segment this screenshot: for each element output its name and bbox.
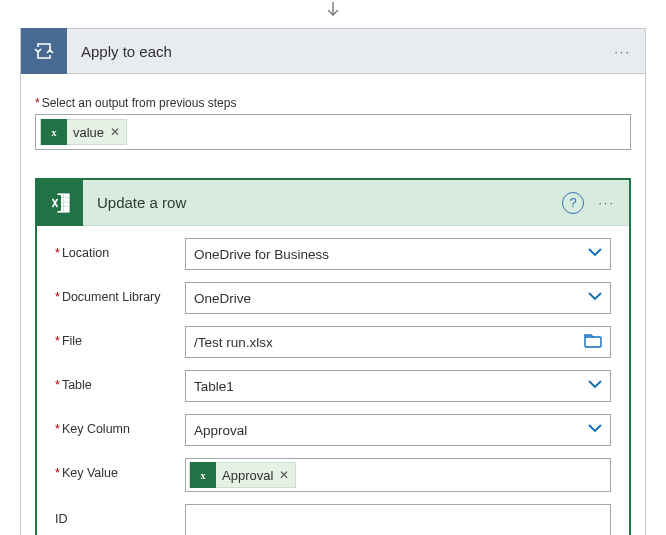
flow-arrow-down	[20, 0, 646, 28]
label-document-library: Document Library	[55, 282, 185, 304]
input-key-column[interactable]: Approval	[185, 414, 611, 446]
input-file[interactable]: /Test run.xlsx	[185, 326, 611, 358]
value-key-column: Approval	[194, 423, 247, 438]
label-key-value: Key Value	[55, 458, 185, 480]
label-file: File	[55, 326, 185, 348]
input-id[interactable]	[185, 504, 611, 535]
row-key-value: Key Value x Approval ✕	[55, 458, 611, 492]
row-document-library: Document Library OneDrive	[55, 282, 611, 314]
chevron-down-icon	[588, 247, 602, 261]
input-document-library[interactable]: OneDrive	[185, 282, 611, 314]
output-from-previous-label: Select an output from previous steps	[35, 96, 631, 110]
label-location: Location	[55, 238, 185, 260]
token-approval-remove[interactable]: ✕	[279, 468, 289, 482]
help-icon[interactable]: ?	[562, 192, 584, 214]
row-file: File /Test run.xlsx	[55, 326, 611, 358]
label-table: Table	[55, 370, 185, 392]
folder-picker-icon[interactable]	[584, 334, 602, 351]
token-approval[interactable]: x Approval ✕	[189, 462, 296, 488]
arrow-down-icon	[324, 0, 342, 18]
input-key-value[interactable]: x Approval ✕	[185, 458, 611, 492]
label-id: ID	[55, 504, 185, 526]
apply-to-each-menu[interactable]: ···	[614, 44, 645, 59]
output-from-previous-input[interactable]: x value ✕	[35, 114, 631, 150]
apply-to-each-header[interactable]: Apply to each ···	[20, 28, 646, 74]
chevron-down-icon	[588, 379, 602, 393]
input-location[interactable]: OneDrive for Business	[185, 238, 611, 270]
value-file: /Test run.xlsx	[194, 335, 273, 350]
excel-action-icon	[37, 180, 83, 226]
value-document-library: OneDrive	[194, 291, 251, 306]
update-a-row-header[interactable]: Update a row ? ···	[37, 180, 629, 226]
apply-to-each-body: Select an output from previous steps x v…	[20, 74, 646, 535]
token-value[interactable]: x value ✕	[40, 119, 127, 145]
update-a-row-form: Location OneDrive for Business Document …	[37, 226, 629, 535]
token-approval-text: Approval	[222, 468, 273, 483]
chevron-down-icon	[588, 291, 602, 305]
row-table: Table Table1	[55, 370, 611, 402]
svg-rect-10	[585, 337, 601, 347]
svg-text:x: x	[52, 127, 57, 138]
apply-to-each-title: Apply to each	[67, 43, 614, 60]
row-key-column: Key Column Approval	[55, 414, 611, 446]
token-value-remove[interactable]: ✕	[110, 125, 120, 139]
chevron-down-icon	[588, 423, 602, 437]
value-table: Table1	[194, 379, 234, 394]
loop-icon	[21, 28, 67, 74]
row-id: ID	[55, 504, 611, 535]
excel-icon: x	[190, 462, 216, 488]
svg-text:x: x	[201, 470, 206, 481]
update-a-row-menu[interactable]: ···	[598, 195, 629, 210]
update-a-row-title: Update a row	[83, 194, 562, 211]
row-location: Location OneDrive for Business	[55, 238, 611, 270]
token-value-text: value	[73, 125, 104, 140]
excel-icon: x	[41, 119, 67, 145]
input-table[interactable]: Table1	[185, 370, 611, 402]
update-a-row-card: Update a row ? ··· Location OneDrive for…	[35, 178, 631, 535]
value-location: OneDrive for Business	[194, 247, 329, 262]
label-key-column: Key Column	[55, 414, 185, 436]
